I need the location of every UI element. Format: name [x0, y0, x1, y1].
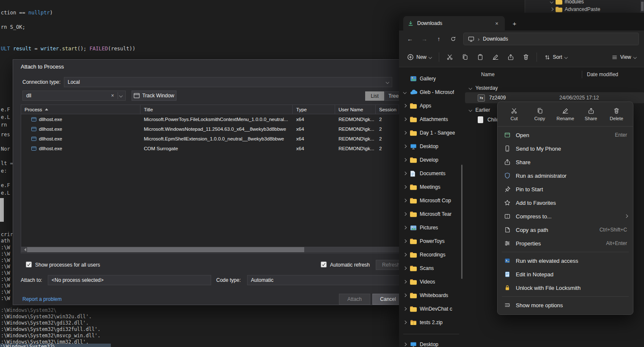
show-all-users-checkbox[interactable]	[26, 262, 32, 267]
ctx-item-add-to-favorites[interactable]: Add to Favorites	[498, 196, 633, 209]
sort-button[interactable]: Sort	[540, 50, 571, 64]
chevron-right-icon[interactable]	[404, 186, 410, 188]
sidebar-item-develop[interactable]: Develop	[400, 154, 462, 166]
chevron-right-icon[interactable]	[550, 8, 553, 11]
column-header-session[interactable]: Session	[376, 105, 399, 114]
ctx-delete-button[interactable]: Delete	[605, 105, 628, 124]
sidebar-item-desktop-pinned[interactable]: Desktop	[400, 338, 462, 347]
ctx-share-button[interactable]: Share	[580, 105, 603, 124]
back-button[interactable]: ←	[404, 33, 416, 45]
breadcrumb-downloads[interactable]: Downloads	[483, 36, 508, 42]
chevron-right-icon[interactable]	[404, 253, 410, 256]
ctx-item-share[interactable]: Share	[498, 155, 633, 169]
column-header-type[interactable]: Type	[293, 105, 335, 114]
chevron-right-icon[interactable]	[404, 105, 410, 107]
sidebar-item-microsoft-cop[interactable]: Microsoft Cop	[400, 194, 462, 207]
process-row[interactable]: dllhost.exe Microsoft.WindowsNotepad_11.…	[21, 124, 399, 134]
up-button[interactable]: ↑	[433, 33, 445, 45]
delete-button[interactable]	[519, 50, 533, 64]
scrollbar-thumb[interactable]	[27, 247, 304, 252]
copy-button[interactable]	[458, 50, 472, 64]
chevron-right-icon[interactable]	[404, 267, 410, 270]
tab-close-button[interactable]: ×	[493, 19, 501, 27]
chevron-down-icon[interactable]	[550, 0, 553, 3]
column-header-date-modified[interactable]: Date modified	[587, 72, 618, 77]
share-button[interactable]	[504, 50, 518, 64]
ctx-item-run-with-elevated-access[interactable]: Run with elevated access	[498, 254, 633, 267]
sidebar-item-attachments[interactable]: Attachments	[400, 113, 462, 126]
sidebar-item-microsoft-tear[interactable]: Microsoft Tear	[400, 208, 462, 220]
sidebar-item-day1[interactable]: Day 1 - Sangee	[400, 127, 462, 139]
sidebar-item-gallery[interactable]: Gallery	[400, 72, 462, 85]
rename-button[interactable]	[488, 50, 503, 64]
track-window-button[interactable]: Track Window	[132, 91, 176, 101]
chevron-right-icon[interactable]	[404, 321, 410, 324]
cut-button[interactable]	[443, 50, 457, 64]
cancel-button[interactable]: Cancel	[372, 294, 399, 305]
sidebar-item-pictures[interactable]: Pictures	[400, 221, 462, 234]
column-header-name[interactable]: Name	[481, 72, 495, 77]
ctx-item-send-to-my-phone[interactable]: Send to My Phone	[498, 142, 633, 155]
chevron-right-icon[interactable]	[404, 294, 410, 297]
tree-view-button[interactable]: Tree	[385, 91, 399, 101]
scrollbar-track[interactable]	[26, 247, 399, 253]
address-bar[interactable]: › Downloads	[463, 33, 639, 45]
chevron-right-icon[interactable]	[404, 199, 410, 202]
chevron-down-icon[interactable]	[404, 91, 410, 94]
chevron-right-icon[interactable]	[404, 240, 410, 242]
code-type-field[interactable]: Automatic	[247, 275, 399, 285]
group-header-earlier[interactable]: Earlier	[469, 106, 490, 114]
clear-filter-icon[interactable]: ×	[109, 93, 116, 99]
refresh-button[interactable]: Refresh	[376, 260, 399, 270]
sidebar-item-tests2-zip[interactable]: tests 2.zip	[400, 316, 462, 329]
ctx-item-show-more-options[interactable]: Show more options	[498, 298, 633, 312]
ctx-rename-button[interactable]: Rename	[554, 105, 577, 124]
chevron-right-icon[interactable]	[404, 213, 410, 215]
ctx-item-copy-as-path[interactable]: Copy as path Ctrl+Shift+C	[498, 223, 633, 237]
group-header-yesterday[interactable]: Yesterday	[469, 84, 498, 92]
chevron-right-icon[interactable]	[404, 132, 410, 134]
connection-type-select[interactable]: Local	[64, 77, 392, 87]
chevron-down-icon[interactable]	[119, 94, 122, 97]
tab-downloads[interactable]: Downloads ×	[403, 16, 505, 30]
scroll-left-icon[interactable]	[22, 248, 26, 251]
ctx-item-run-as-administrator[interactable]: Run as administrator	[498, 169, 633, 182]
attach-button[interactable]: Attach	[339, 294, 370, 305]
ctx-copy-button[interactable]: Copy	[528, 105, 551, 124]
ctx-item-properties[interactable]: Properties Alt+Enter	[498, 237, 633, 250]
sidebar-item-videos[interactable]: Videos	[400, 275, 462, 288]
chevron-right-icon[interactable]	[404, 281, 410, 283]
process-filter-input[interactable]: dll ×	[22, 91, 126, 101]
tree-item-advancedpaste[interactable]: AdvancedPaste	[550, 5, 600, 13]
refresh-button[interactable]	[447, 33, 459, 45]
chevron-right-icon[interactable]	[404, 145, 410, 148]
sidebar-item-windevchat[interactable]: WinDevChat c	[400, 303, 462, 315]
ctx-item-unlock-with-file-locksmith[interactable]: Unlock with File Locksmith	[498, 281, 633, 295]
new-button[interactable]: New	[403, 50, 435, 64]
scrollbar-thumb[interactable]	[641, 2, 644, 11]
sidebar-item-apps[interactable]: Apps	[400, 99, 462, 112]
column-separator[interactable]	[582, 71, 582, 78]
automatic-refresh-checkbox[interactable]	[321, 262, 327, 267]
sidebar-item-meetings[interactable]: Meetings	[400, 181, 462, 193]
scrollbar-track[interactable]	[640, 0, 644, 13]
ctx-item-pin-to-start[interactable]: Pin to Start	[498, 182, 633, 196]
column-header-title[interactable]: Title	[140, 105, 293, 114]
view-button[interactable]: View	[608, 50, 640, 64]
sidebar-item-onedrive[interactable]: Gleb - Microsof	[400, 86, 462, 99]
process-row[interactable]: dllhost.exe Microsoft.EpmShellExtension_…	[21, 134, 399, 143]
chevron-right-icon[interactable]	[404, 226, 410, 229]
column-header-user-name[interactable]: User Name	[335, 105, 376, 114]
chevron-right-icon[interactable]	[404, 159, 410, 161]
process-row[interactable]: dllhost.exe COM Surrogate x64 REDMOND\gk…	[21, 143, 399, 153]
new-tab-button[interactable]: +	[509, 18, 520, 29]
chevron-right-icon[interactable]	[404, 308, 410, 310]
sidebar-item-desktop[interactable]: Desktop	[400, 140, 462, 153]
sidebar-item-whiteboards[interactable]: Whiteboards	[400, 289, 462, 302]
chevron-right-icon[interactable]	[404, 172, 410, 175]
sidebar-item-recordings[interactable]: Recordings	[400, 248, 462, 261]
chevron-right-icon[interactable]	[404, 118, 410, 121]
report-a-problem-link[interactable]: Report a problem	[22, 296, 62, 302]
ctx-item-edit-in-notepad[interactable]: Edit in Notepad	[498, 267, 633, 281]
chevron-right-icon[interactable]	[404, 343, 410, 346]
